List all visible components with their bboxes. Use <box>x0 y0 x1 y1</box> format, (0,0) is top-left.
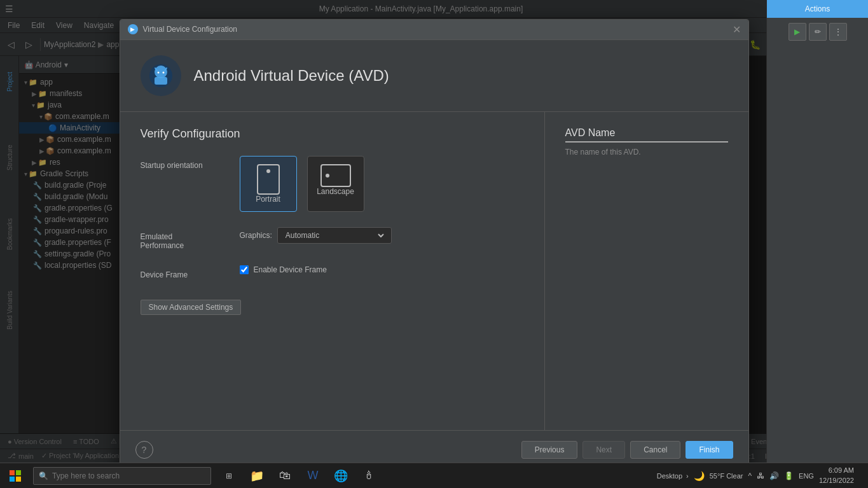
orientation-options: Portrait Landscape <box>240 156 524 212</box>
graphics-select[interactable]: Automatic Software Hardware <box>283 230 386 241</box>
orientation-row: Startup orientation Portrait <box>141 156 524 212</box>
dialog-content-right: AVD Name The name of this AVD. <box>545 112 748 430</box>
show-advanced-settings-button[interactable]: Show Advanced Settings <box>141 300 242 315</box>
section-title: Verify Configuration <box>141 127 524 141</box>
action-more-btn[interactable]: ⋮ <box>829 23 847 41</box>
performance-label: EmulatedPerformance <box>141 227 230 250</box>
avd-dialog: ▶ Virtual Device Configuration ✕ Android… <box>120 19 749 470</box>
dialog-title-bar: ▶ Virtual Device Configuration ✕ <box>120 20 748 40</box>
start-button[interactable] <box>0 463 31 489</box>
taskbar-right: Desktop › 🌙 55°F Clear ^ 🖧 🔊 🔋 ENG 6:09 … <box>657 463 868 489</box>
actions-label: Actions <box>805 4 830 13</box>
taskbar-search[interactable]: 🔍 <box>33 467 211 485</box>
enable-device-frame-checkbox[interactable] <box>240 265 249 274</box>
actions-panel: Actions ▶ ✏ ⋮ <box>766 0 868 488</box>
svg-rect-9 <box>10 477 15 482</box>
taskbar-icons: ⊞ 📁 🛍 W 🌐 🕯 <box>216 463 382 489</box>
portrait-icon <box>257 164 280 195</box>
portrait-label: Portrait <box>256 195 280 204</box>
graphics-row: Graphics: Automatic Software Hardware <box>240 227 524 244</box>
time-display: 6:09 AM <box>819 466 854 475</box>
landscape-icon <box>320 164 351 187</box>
portrait-camera-dot <box>266 169 270 173</box>
next-button[interactable]: Next <box>582 441 625 459</box>
search-input[interactable] <box>52 471 192 480</box>
cancel-button[interactable]: Cancel <box>630 441 680 459</box>
advanced-settings-container: Show Advanced Settings <box>141 295 524 315</box>
landscape-camera-dot <box>326 174 329 178</box>
taskbar: 🔍 ⊞ 📁 🛍 W 🌐 🕯 Desktop › 🌙 55°F Clear ^ 🖧… <box>0 463 868 488</box>
graphics-label: Graphics: <box>240 231 272 240</box>
network-icon: 🖧 <box>757 471 764 480</box>
enable-device-frame-label: Enable Device Frame <box>254 265 327 274</box>
orientation-options-group: Portrait Landscape <box>240 156 524 212</box>
landscape-option[interactable]: Landscape <box>307 156 364 212</box>
device-frame-label: Device Frame <box>141 265 230 279</box>
taskbar-sys-icons: 🌙 55°F Clear ^ 🖧 🔊 🔋 ENG <box>694 471 814 481</box>
avd-name-heading: AVD Name <box>565 127 616 138</box>
orientation-label: Startup orientation <box>141 156 230 170</box>
svg-rect-2 <box>155 77 167 85</box>
previous-button[interactable]: Previous <box>521 441 578 459</box>
dialog-title: Virtual Device Configuration <box>143 25 733 34</box>
avd-name-section: AVD Name The name of this AVD. <box>565 127 728 157</box>
svg-rect-8 <box>16 470 21 475</box>
volume-icon: 🔊 <box>769 471 779 480</box>
footer-buttons: Previous Next Cancel Finish <box>521 441 733 459</box>
dialog-content-left: Verify Configuration Startup orientation… <box>120 112 545 430</box>
graphics-dropdown[interactable]: Automatic Software Hardware <box>277 227 392 244</box>
battery-icon: 🔋 <box>784 471 794 480</box>
taskbar-explorer[interactable]: 📁 <box>244 463 270 489</box>
performance-row: EmulatedPerformance Graphics: Automatic … <box>141 227 524 250</box>
action-edit-btn[interactable]: ✏ <box>809 23 827 41</box>
chevron-up-icon[interactable]: ^ <box>748 471 752 480</box>
taskbar-store[interactable]: 🛍 <box>272 463 298 489</box>
dialog-body: Verify Configuration Startup orientation… <box>120 112 748 430</box>
search-icon: 🔍 <box>39 471 48 480</box>
dialog-header: Android Virtual Device (AVD) <box>120 40 748 112</box>
taskbar-sys-tray: Desktop › <box>657 472 689 480</box>
actions-header: Actions <box>767 0 868 18</box>
action-row-1: ▶ ✏ ⋮ <box>772 23 863 41</box>
desktop-label: Desktop <box>657 472 682 480</box>
dialog-overlay: ▶ Virtual Device Configuration ✕ Android… <box>0 0 868 488</box>
landscape-label: Landscape <box>317 187 354 196</box>
taskbar-word[interactable]: W <box>300 463 326 489</box>
svg-point-1 <box>155 66 167 78</box>
avd-name-label: AVD Name <box>565 127 728 143</box>
dialog-title-icon: ▶ <box>128 24 138 34</box>
svg-point-5 <box>157 71 159 73</box>
lang-icon: ENG <box>799 472 814 480</box>
taskbar-candle[interactable]: 🕯 <box>356 463 382 489</box>
avd-name-hint: The name of this AVD. <box>565 148 728 157</box>
svg-rect-10 <box>16 477 21 482</box>
avd-title: Android Virtual Device (AVD) <box>194 67 389 85</box>
dialog-close-button[interactable]: ✕ <box>733 24 741 36</box>
date-display: 12/19/2022 <box>819 476 854 485</box>
temperature-label: 55°F Clear <box>710 472 743 480</box>
device-frame-row: Device Frame Enable Device Frame <box>141 265 524 279</box>
avd-logo <box>141 55 181 96</box>
performance-control: Graphics: Automatic Software Hardware <box>240 227 524 244</box>
show-desktop-button[interactable] <box>859 463 863 489</box>
portrait-option[interactable]: Portrait <box>240 156 297 212</box>
arrow-icon: › <box>686 472 689 480</box>
actions-buttons: ▶ ✏ ⋮ <box>767 18 868 46</box>
finish-button[interactable]: Finish <box>685 441 733 459</box>
action-run-btn[interactable]: ▶ <box>789 23 806 41</box>
taskbar-chrome[interactable]: 🌐 <box>328 463 354 489</box>
moon-icon: 🌙 <box>694 471 705 481</box>
taskbar-time[interactable]: 6:09 AM 12/19/2022 <box>819 466 854 485</box>
device-frame-control: Enable Device Frame <box>240 265 524 274</box>
device-frame-checkbox-row: Enable Device Frame <box>240 265 524 274</box>
svg-rect-7 <box>10 470 15 475</box>
help-button[interactable]: ? <box>135 441 153 459</box>
svg-point-6 <box>162 71 164 73</box>
task-view-button[interactable]: ⊞ <box>216 463 242 489</box>
